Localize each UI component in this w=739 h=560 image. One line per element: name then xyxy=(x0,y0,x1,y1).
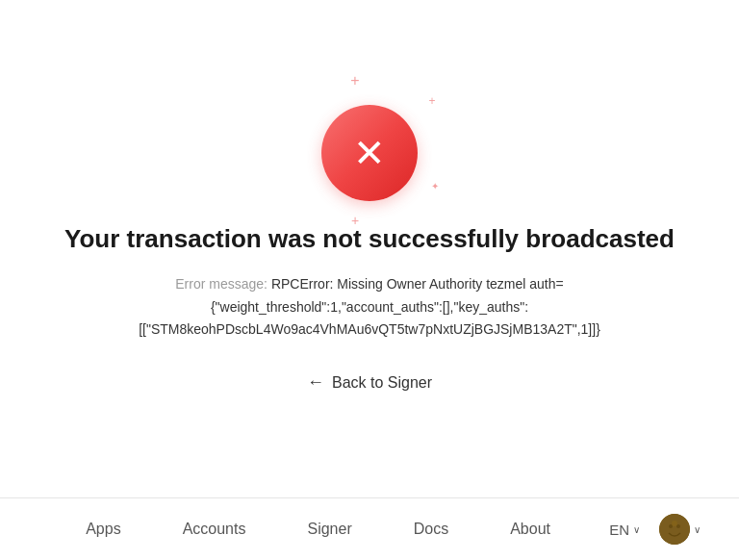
language-label: EN xyxy=(609,522,629,538)
error-message-label: Error message: xyxy=(175,276,271,292)
avatar xyxy=(659,514,690,545)
svg-text:+: + xyxy=(350,76,359,89)
back-to-signer-link[interactable]: ← Back to Signer xyxy=(307,372,432,393)
svg-point-6 xyxy=(676,524,680,528)
svg-text:+: + xyxy=(428,94,435,108)
footer-link-signer[interactable]: Signer xyxy=(276,517,382,542)
footer-link-apps[interactable]: Apps xyxy=(55,517,151,542)
footer-link-accounts[interactable]: Accounts xyxy=(152,517,277,542)
error-x-icon: ✕ xyxy=(353,134,386,172)
footer-right: EN ∨ ∨ xyxy=(598,514,701,545)
svg-point-7 xyxy=(672,521,677,526)
error-title: Your transaction was not successfully br… xyxy=(64,224,675,254)
error-icon-container: + + ✦ + ✕ xyxy=(321,105,418,201)
footer-link-about[interactable]: About xyxy=(479,517,581,542)
svg-point-5 xyxy=(669,524,673,528)
avatar-image xyxy=(659,514,690,545)
back-arrow-icon: ← xyxy=(307,372,324,393)
avatar-button[interactable]: ∨ xyxy=(659,514,701,545)
language-selector[interactable]: EN ∨ xyxy=(598,518,651,542)
error-circle: ✕ xyxy=(321,105,418,201)
main-content: + + ✦ + ✕ Your transaction was not succe… xyxy=(0,0,739,497)
avatar-chevron-icon: ∨ xyxy=(694,524,701,535)
footer: Apps Accounts Signer Docs About EN ∨ ∨ xyxy=(0,497,739,560)
svg-point-4 xyxy=(659,514,690,545)
footer-link-docs[interactable]: Docs xyxy=(383,517,479,542)
footer-nav: Apps Accounts Signer Docs About xyxy=(38,517,598,542)
svg-text:✦: ✦ xyxy=(431,181,439,191)
error-message: Error message: RPCError: Missing Owner A… xyxy=(62,273,677,342)
chevron-down-icon: ∨ xyxy=(633,524,640,535)
back-link-label: Back to Signer xyxy=(332,374,432,392)
